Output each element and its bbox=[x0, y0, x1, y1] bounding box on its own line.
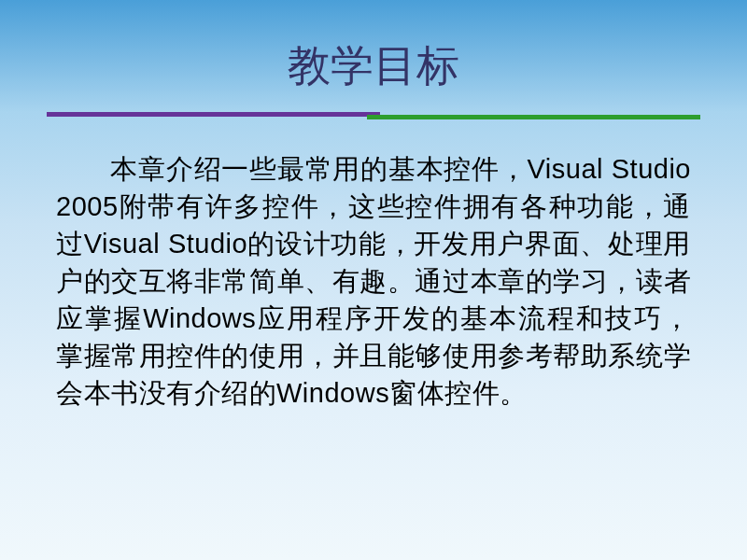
title-divider bbox=[47, 112, 700, 118]
slide-title: 教学目标 bbox=[47, 37, 700, 95]
presentation-slide: 教学目标 本章介绍一些最常用的基本控件，Visual Studio 2005附带… bbox=[0, 0, 747, 560]
body-content: 本章介绍一些最常用的基本控件，Visual Studio 2005附带有许多控件… bbox=[56, 154, 691, 408]
slide-body: 本章介绍一些最常用的基本控件，Visual Studio 2005附带有许多控件… bbox=[47, 150, 700, 412]
